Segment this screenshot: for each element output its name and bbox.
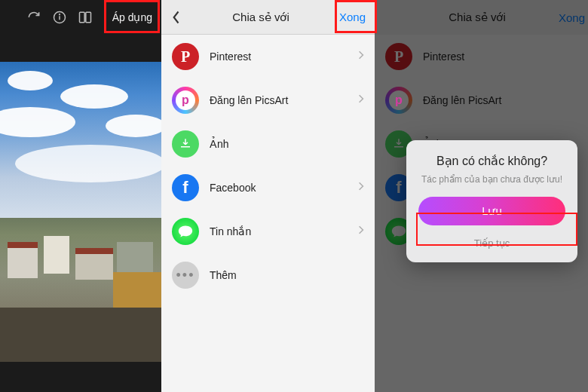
confirm-dialog: Bạn có chắc không? Tác phẩm của bạn chưa…: [406, 140, 577, 262]
share-item-label: Thêm: [210, 269, 364, 281]
save-button[interactable]: Lưu: [418, 197, 565, 225]
editor-panel: Áp dụng: [0, 0, 161, 392]
share-item-photos[interactable]: Ảnh: [161, 122, 375, 166]
done-button[interactable]: Xong: [330, 0, 375, 35]
chevron-right-icon: [358, 50, 364, 63]
apply-button[interactable]: Áp dụng: [103, 0, 161, 35]
dialog-title: Bạn có chắc không?: [418, 154, 565, 168]
chevron-right-icon: [358, 93, 364, 107]
share-panel: Chia sẻ với Xong P Pinterest p Đăng lên …: [161, 0, 375, 392]
more-icon: •••: [172, 262, 199, 289]
share-item-label: Đăng lên PicsArt: [210, 94, 358, 106]
share-item-picsart[interactable]: p Đăng lên PicsArt: [161, 78, 375, 122]
share-title: Chia sẻ với: [191, 11, 330, 24]
share-item-more[interactable]: ••• Thêm: [161, 253, 375, 297]
picsart-icon: p: [172, 87, 199, 114]
share-item-facebook[interactable]: f Facebook: [161, 166, 375, 210]
svg-point-2: [59, 14, 60, 15]
share-item-label: Tin nhắn: [210, 225, 358, 237]
dialog-subtitle: Tác phẩm của bạn chưa được lưu!: [418, 174, 565, 185]
share-item-pinterest[interactable]: P Pinterest: [161, 35, 375, 78]
continue-button[interactable]: Tiếp tục: [418, 234, 565, 252]
share-panel-with-dialog: Chia sẻ với Xong P Pinterest p Đăng lên …: [375, 0, 588, 392]
back-button[interactable]: [161, 10, 191, 25]
redo-icon[interactable]: [26, 10, 41, 25]
share-item-label: Facebook: [210, 182, 358, 194]
share-item-label: Ảnh: [210, 138, 364, 150]
photos-icon: [172, 130, 199, 158]
editor-topbar: Áp dụng: [0, 0, 161, 35]
svg-rect-3: [79, 12, 84, 22]
share-item-label: Pinterest: [210, 51, 358, 63]
messages-icon: [172, 218, 199, 245]
facebook-icon: f: [172, 174, 199, 201]
compare-icon[interactable]: [78, 10, 93, 25]
info-icon[interactable]: [52, 10, 67, 25]
share-item-messages[interactable]: Tin nhắn: [161, 210, 375, 253]
share-list: P Pinterest p Đăng lên PicsArt Ảnh f Fac…: [161, 35, 375, 297]
photo-preview[interactable]: [0, 62, 161, 362]
svg-rect-4: [85, 12, 90, 22]
share-header: Chia sẻ với Xong: [161, 0, 375, 35]
chevron-right-icon: [358, 225, 364, 238]
chevron-right-icon: [358, 181, 364, 194]
pinterest-icon: P: [172, 43, 199, 70]
